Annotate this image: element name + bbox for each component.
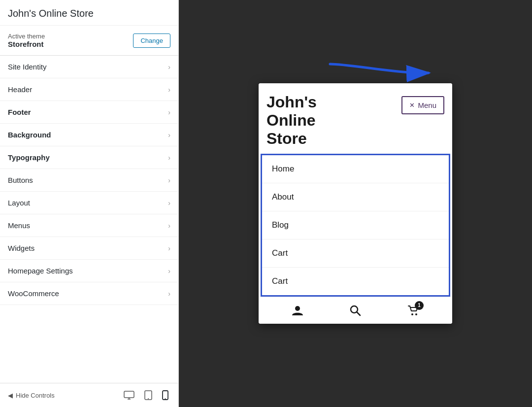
left-panel: John's Online Store Active theme Storefr… — [0, 0, 179, 407]
chevron-right-icon: › — [168, 86, 170, 94]
nav-item-label-woocommerce: WooCommerce — [8, 289, 59, 298]
nav-item-site-identity[interactable]: Site Identity› — [0, 56, 178, 78]
svg-point-4 — [148, 398, 149, 399]
bottom-bar: ◀ Hide Controls — [0, 383, 178, 407]
nav-item-menus[interactable]: Menus› — [0, 214, 178, 237]
account-icon — [291, 304, 304, 317]
nav-item-about[interactable]: About — [262, 183, 449, 211]
nav-item-label-footer: Footer — [8, 108, 31, 116]
nav-item-background[interactable]: Background› — [0, 124, 178, 146]
active-theme-label: Active theme — [8, 33, 45, 40]
nav-item-label-site-identity: Site Identity — [8, 63, 46, 71]
customizer-nav-list: Site Identity›Header›Footer›Background›T… — [0, 56, 178, 383]
svg-point-6 — [165, 398, 166, 399]
nav-item-woocommerce[interactable]: WooCommerce› — [0, 282, 178, 305]
mobile-preview-frame: John's Online Store ✕ Menu Home About Bl… — [259, 83, 452, 323]
hide-controls-label: Hide Controls — [16, 392, 55, 399]
search-icon — [349, 304, 362, 317]
nav-item-homepage-settings[interactable]: Homepage Settings› — [0, 260, 178, 282]
chevron-right-icon: › — [168, 290, 170, 298]
cart-badge: 1 — [415, 301, 424, 310]
view-controls — [122, 388, 170, 402]
store-title: John's Online Store — [0, 0, 178, 26]
close-icon: ✕ — [409, 102, 415, 109]
chevron-right-icon: › — [168, 222, 170, 230]
nav-item-layout[interactable]: Layout› — [0, 192, 178, 214]
nav-menu-area: Home About Blog Cart Cart — [261, 154, 450, 297]
active-theme-info: Active theme Storefront — [8, 33, 45, 48]
svg-point-11 — [415, 313, 417, 315]
nav-item-label-background: Background — [8, 131, 51, 139]
nav-item-label-typography: Typography — [8, 153, 50, 162]
preview-header: John's Online Store ✕ Menu — [259, 83, 452, 153]
svg-point-7 — [295, 306, 300, 311]
preview-area: John's Online Store ✕ Menu Home About Bl… — [179, 0, 532, 407]
nav-item-blog[interactable]: Blog — [262, 211, 449, 239]
mobile-icon — [162, 390, 168, 400]
nav-item-typography[interactable]: Typography› — [0, 146, 178, 169]
account-button[interactable] — [291, 304, 304, 317]
nav-item-cart-1[interactable]: Cart — [262, 239, 449, 268]
nav-item-label-widgets: Widgets — [8, 244, 34, 252]
chevron-right-icon: › — [168, 199, 170, 207]
nav-item-label-header: Header — [8, 85, 32, 94]
nav-item-widgets[interactable]: Widgets› — [0, 237, 178, 260]
chevron-right-icon: › — [168, 131, 170, 139]
mobile-view-button[interactable] — [160, 388, 170, 402]
nav-item-header[interactable]: Header› — [0, 78, 178, 101]
desktop-icon — [124, 391, 134, 400]
preview-footer: 1 — [259, 297, 452, 324]
svg-line-9 — [357, 312, 361, 315]
nav-item-label-layout: Layout — [8, 199, 30, 207]
nav-item-buttons[interactable]: Buttons› — [0, 169, 178, 192]
nav-item-label-homepage-settings: Homepage Settings — [8, 267, 73, 275]
preview-store-title: John's Online Store — [266, 93, 317, 147]
chevron-right-icon: › — [168, 154, 170, 162]
desktop-view-button[interactable] — [122, 389, 136, 402]
change-theme-button[interactable]: Change — [133, 34, 170, 48]
svg-rect-0 — [124, 391, 134, 398]
menu-label: Menu — [418, 101, 436, 109]
nav-item-home[interactable]: Home — [262, 155, 449, 183]
active-theme-name: Storefront — [8, 40, 45, 48]
tablet-icon — [144, 390, 152, 400]
hide-controls-button[interactable]: ◀ Hide Controls — [8, 392, 55, 399]
menu-button[interactable]: ✕ Menu — [401, 96, 444, 114]
nav-item-label-buttons: Buttons — [8, 176, 33, 184]
cart-button[interactable]: 1 — [407, 304, 420, 317]
chevron-right-icon: › — [168, 267, 170, 275]
search-button[interactable] — [349, 304, 362, 317]
nav-item-label-menus: Menus — [8, 221, 30, 230]
nav-item-cart-2[interactable]: Cart — [262, 268, 449, 295]
chevron-right-icon: › — [168, 108, 170, 116]
chevron-right-icon: › — [168, 63, 170, 71]
chevron-right-icon: › — [168, 244, 170, 252]
left-arrow-icon: ◀ — [8, 392, 13, 399]
tablet-view-button[interactable] — [142, 388, 154, 402]
nav-item-footer[interactable]: Footer› — [0, 101, 178, 124]
active-theme-section: Active theme Storefront Change — [0, 26, 178, 56]
chevron-right-icon: › — [168, 176, 170, 184]
svg-point-10 — [411, 313, 413, 315]
